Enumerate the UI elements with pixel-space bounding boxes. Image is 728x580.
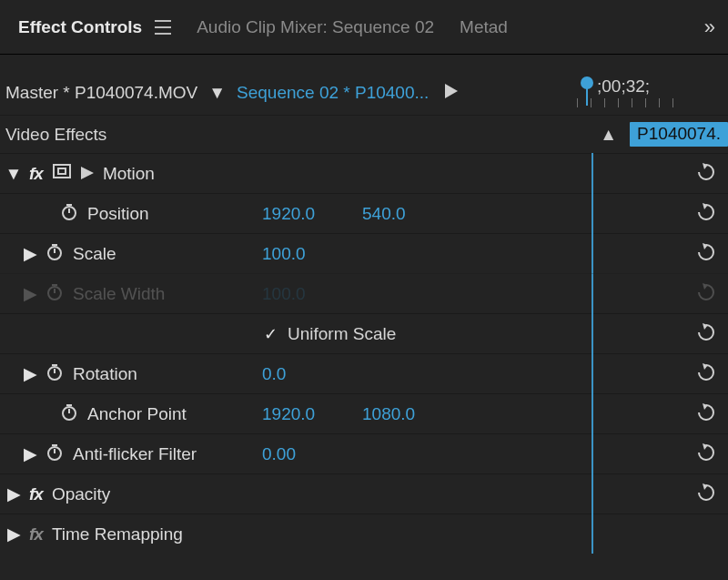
property-anchor-label: Anchor Point <box>87 404 187 424</box>
effect-motion-row[interactable]: ▼ fx Motion <box>0 153 728 193</box>
sequence-clip-label[interactable]: Sequence 02 * P10400... <box>237 83 429 103</box>
tab-effect-controls-label: Effect Controls <box>18 17 142 37</box>
reset-icon[interactable] <box>695 402 717 426</box>
property-antiflicker-label: Anti-flicker Filter <box>73 444 197 464</box>
svg-marker-17 <box>703 323 708 330</box>
svg-marker-12 <box>703 243 708 249</box>
svg-marker-21 <box>703 363 708 370</box>
effect-time-remapping-row[interactable]: ▶ fx Time Remapping <box>0 514 728 554</box>
anchor-x-value[interactable]: 1920.0 <box>262 404 362 424</box>
effect-motion-label: Motion <box>103 164 155 184</box>
reset-icon[interactable] <box>695 482 717 506</box>
property-anchor-point-row: ▶ Anchor Point 1920.0 1080.0 <box>0 393 728 433</box>
property-scale-width-label: Scale Width <box>73 284 165 304</box>
stopwatch-icon[interactable] <box>46 443 64 465</box>
mask-box-icon[interactable] <box>52 163 72 184</box>
fx-badge-icon[interactable]: fx <box>29 484 43 504</box>
collapse-caret-icon[interactable]: ▲ <box>600 125 617 145</box>
svg-rect-2 <box>58 168 66 174</box>
tab-metadata[interactable]: Metad <box>447 0 521 54</box>
video-effects-label: Video Effects <box>5 125 106 145</box>
anchor-y-value[interactable]: 1080.0 <box>362 404 471 424</box>
scale-width-value: 100.0 <box>262 284 362 304</box>
position-x-value[interactable]: 1920.0 <box>262 204 362 224</box>
effect-time-remapping-label: Time Remapping <box>52 524 183 544</box>
svg-marker-3 <box>81 167 94 179</box>
rotation-value[interactable]: 0.0 <box>262 364 362 384</box>
uniform-scale-row: ✓ Uniform Scale <box>0 313 728 353</box>
twirl-right-icon[interactable]: ▶ <box>24 443 36 464</box>
property-position-label: Position <box>87 204 149 224</box>
timecode-value: ;00;32; <box>597 76 650 97</box>
reset-icon[interactable] <box>695 442 717 466</box>
fx-badge-icon[interactable]: fx <box>29 524 43 544</box>
clip-name-badge[interactable]: P1040074. <box>630 122 728 147</box>
twirl-down-icon[interactable]: ▼ <box>7 164 20 184</box>
video-effects-header[interactable]: Video Effects ▲ P1040074. <box>0 115 728 153</box>
stopwatch-icon[interactable] <box>46 362 64 385</box>
fx-badge-icon[interactable]: fx <box>29 164 43 184</box>
position-y-value[interactable]: 540.0 <box>362 204 471 224</box>
svg-marker-29 <box>703 443 708 450</box>
uniform-scale-label[interactable]: Uniform Scale <box>288 324 396 344</box>
svg-marker-25 <box>703 403 708 410</box>
mini-timeline[interactable]: ;00;32; <box>577 71 723 115</box>
reset-icon <box>695 281 717 306</box>
direct-manipulation-icon[interactable] <box>81 164 94 184</box>
reset-icon[interactable] <box>695 161 717 186</box>
svg-marker-8 <box>703 203 708 209</box>
effects-property-list: ▼ fx Motion ▶ Position 1920.0 540.0 <box>0 153 728 554</box>
scale-value[interactable]: 100.0 <box>262 244 362 264</box>
reset-icon[interactable] <box>695 241 717 266</box>
twirl-right-icon: ▶ <box>24 283 36 304</box>
property-position-row: ▶ Position 1920.0 540.0 <box>0 193 728 233</box>
tab-overflow-icon[interactable]: » <box>695 15 723 39</box>
tab-effect-controls[interactable]: Effect Controls <box>5 0 184 54</box>
svg-rect-1 <box>54 165 70 178</box>
property-scale-width-row: ▶ Scale Width 100.0 <box>0 273 728 313</box>
property-rotation-label: Rotation <box>73 364 137 384</box>
clip-source-header: Master * P1040074.MOV ▼ Sequence 02 * P1… <box>0 71 728 115</box>
stopwatch-icon[interactable] <box>60 402 78 425</box>
tab-audio-clip-mixer[interactable]: Audio Clip Mixer: Sequence 02 <box>184 0 447 54</box>
svg-marker-4 <box>703 163 708 169</box>
panel-menu-icon[interactable] <box>155 20 171 35</box>
property-antiflicker-row: ▶ Anti-flicker Filter 0.00 <box>0 433 728 473</box>
tab-metadata-label: Metad <box>460 17 508 37</box>
stopwatch-icon <box>46 282 64 305</box>
svg-marker-16 <box>703 283 708 290</box>
panel-tab-bar: Effect Controls Audio Clip Mixer: Sequen… <box>0 0 728 55</box>
play-icon[interactable] <box>445 83 458 103</box>
property-scale-row: ▶ Scale 100.0 <box>0 233 728 273</box>
antiflicker-value[interactable]: 0.00 <box>262 444 362 464</box>
tab-audio-mixer-label: Audio Clip Mixer: Sequence 02 <box>197 17 434 37</box>
reset-icon[interactable] <box>695 321 717 346</box>
twirl-right-icon[interactable]: ▶ <box>7 483 20 504</box>
reset-icon[interactable] <box>695 361 717 386</box>
twirl-right-icon[interactable]: ▶ <box>24 243 36 264</box>
property-scale-label: Scale <box>73 244 116 264</box>
effect-opacity-label: Opacity <box>52 484 110 504</box>
source-dropdown-icon[interactable]: ▼ <box>208 83 226 103</box>
stopwatch-icon[interactable] <box>60 202 78 225</box>
effect-opacity-row[interactable]: ▶ fx Opacity <box>0 473 728 514</box>
ruler-ticks <box>577 98 723 109</box>
master-clip-label: Master * P1040074.MOV <box>5 83 197 103</box>
reset-icon[interactable] <box>695 201 717 226</box>
svg-marker-30 <box>703 483 708 490</box>
twirl-right-icon[interactable]: ▶ <box>7 524 20 544</box>
stopwatch-icon[interactable] <box>46 242 64 265</box>
svg-marker-0 <box>445 84 458 98</box>
twirl-right-icon[interactable]: ▶ <box>24 363 36 384</box>
checkbox-checked-icon[interactable]: ✓ <box>262 326 278 342</box>
property-rotation-row: ▶ Rotation 0.0 <box>0 353 728 393</box>
